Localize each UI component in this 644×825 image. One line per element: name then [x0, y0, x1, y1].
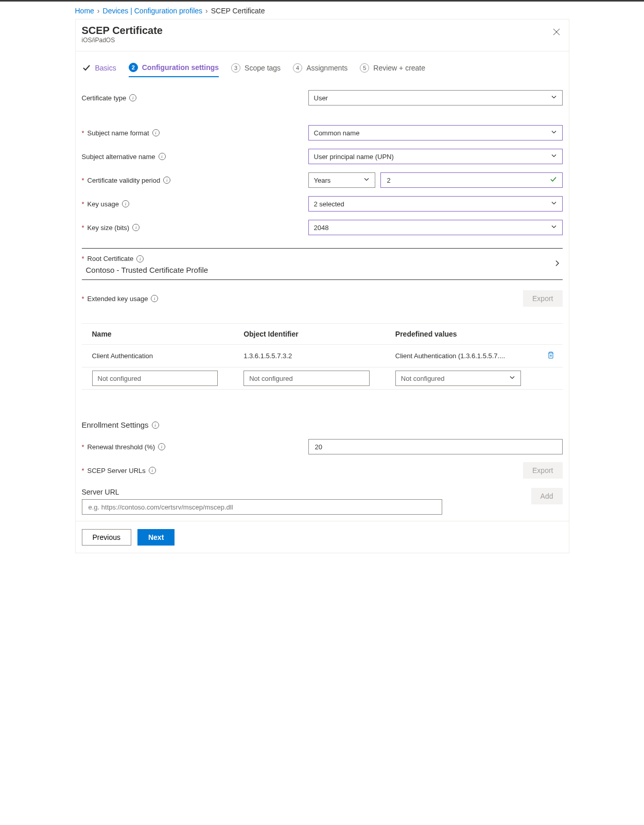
server-url-field[interactable]	[88, 503, 427, 512]
check-icon	[550, 176, 557, 185]
select-value: User principal name (UPN)	[314, 153, 394, 161]
eku-col-name: Name	[82, 330, 234, 338]
renewal-threshold-input[interactable]	[308, 439, 563, 454]
chevron-down-icon	[363, 177, 370, 184]
placeholder-text: Not configured	[401, 375, 445, 382]
breadcrumb-devices[interactable]: Devices | Configuration profiles	[103, 7, 203, 15]
key-usage-label: Key usage	[88, 200, 119, 208]
validity-value-input[interactable]	[380, 172, 563, 188]
chevron-down-icon	[551, 129, 557, 137]
breadcrumb: Home › Devices | Configuration profiles …	[75, 2, 569, 19]
placeholder-text: Not configured	[98, 375, 142, 382]
wizard-tabs: Basics 2 Configuration settings 3 Scope …	[76, 51, 569, 77]
key-usage-select[interactable]: 2 selected	[308, 196, 563, 212]
required-marker: *	[82, 467, 84, 475]
info-icon[interactable]: i	[129, 94, 136, 101]
info-icon[interactable]: i	[159, 153, 166, 160]
key-size-select[interactable]: 2048	[308, 220, 563, 235]
previous-button[interactable]: Previous	[82, 529, 131, 546]
tab-label: Basics	[95, 64, 116, 72]
root-certificate-picker[interactable]: * Root Certificate i Contoso - Trusted C…	[82, 249, 563, 280]
delete-icon[interactable]	[547, 353, 555, 361]
chevron-right-icon	[553, 260, 561, 269]
eku-predef-select[interactable]: Not configured	[395, 371, 521, 386]
chevron-down-icon	[551, 200, 557, 208]
breadcrumb-home[interactable]: Home	[75, 7, 94, 15]
step-number: 5	[360, 63, 369, 73]
wizard-footer: Previous Next	[76, 521, 569, 553]
check-icon	[82, 64, 91, 72]
key-size-label: Key size (bits)	[88, 224, 130, 232]
tab-configuration-settings[interactable]: 2 Configuration settings	[129, 63, 219, 77]
validity-period-label: Certificate validity period	[88, 177, 161, 184]
required-marker: *	[82, 177, 84, 184]
subject-name-format-label: Subject name format	[88, 129, 149, 137]
eku-col-oid: Object Identifier	[233, 330, 385, 338]
export-urls-button[interactable]: Export	[523, 462, 562, 479]
renewal-threshold-label: Renewal threshold (%)	[88, 443, 155, 451]
eku-row: Client Authentication 1.3.6.1.5.5.7.3.2 …	[82, 345, 563, 367]
chevron-down-icon	[551, 153, 557, 161]
renewal-threshold-field[interactable]	[314, 443, 548, 451]
tab-label: Scope tags	[245, 64, 281, 72]
tab-basics[interactable]: Basics	[82, 63, 116, 77]
breadcrumb-current: SCEP Certificate	[211, 7, 265, 15]
server-url-label: Server URL	[82, 488, 563, 496]
placeholder-text: Not configured	[249, 375, 293, 382]
tab-scope-tags[interactable]: 3 Scope tags	[231, 63, 281, 77]
info-icon[interactable]: i	[158, 443, 165, 450]
select-value: 2048	[314, 224, 329, 232]
tab-label: Review + create	[373, 64, 425, 72]
root-cert-value: Contoso - Trusted Certificate Profile	[82, 266, 563, 274]
required-marker: *	[82, 255, 84, 262]
select-value: Common name	[314, 129, 360, 137]
step-number: 3	[231, 63, 240, 73]
info-icon[interactable]: i	[152, 422, 159, 429]
chevron-down-icon	[509, 375, 515, 382]
info-icon[interactable]: i	[152, 129, 160, 136]
required-marker: *	[82, 295, 84, 303]
page-title: SCEP Certificate	[82, 25, 559, 37]
info-icon[interactable]: i	[163, 177, 170, 184]
info-icon[interactable]: i	[132, 224, 140, 231]
eku-table: Name Object Identifier Predefined values…	[82, 323, 563, 390]
info-icon[interactable]: i	[149, 467, 156, 474]
certificate-type-label: Certificate type	[82, 94, 127, 102]
required-marker: *	[82, 200, 84, 208]
chevron-right-icon: ›	[97, 7, 100, 15]
required-marker: *	[82, 224, 84, 232]
tab-label: Configuration settings	[142, 63, 219, 72]
san-label: Subject alternative name	[82, 153, 155, 161]
select-value: User	[314, 94, 328, 102]
root-cert-label: Root Certificate	[88, 255, 134, 262]
close-button[interactable]	[551, 27, 562, 37]
step-number: 4	[293, 63, 302, 73]
validity-value-field[interactable]	[386, 176, 548, 185]
add-url-button[interactable]: Add	[531, 488, 563, 504]
info-icon[interactable]: i	[136, 255, 144, 262]
info-icon[interactable]: i	[122, 200, 129, 207]
page-subtitle: iOS/iPadOS	[82, 37, 559, 44]
required-marker: *	[82, 443, 84, 451]
next-button[interactable]: Next	[137, 529, 175, 546]
validity-unit-select[interactable]: Years	[308, 172, 375, 188]
info-icon[interactable]: i	[151, 295, 158, 302]
select-value: 2 selected	[314, 200, 344, 208]
subject-name-format-select[interactable]: Common name	[308, 125, 563, 141]
enrollment-settings-label: Enrollment Settings	[82, 420, 149, 429]
eku-row-predef: Client Authentication (1.3.6.1.5.5.7....	[385, 352, 537, 360]
certificate-type-select[interactable]: User	[308, 90, 563, 106]
eku-row-name: Client Authentication	[82, 352, 234, 360]
tab-review-create[interactable]: 5 Review + create	[360, 63, 425, 77]
chevron-down-icon	[551, 94, 557, 102]
chevron-down-icon	[551, 224, 557, 232]
close-icon	[552, 28, 561, 36]
eku-oid-input[interactable]: Not configured	[243, 371, 369, 386]
tab-label: Assignments	[306, 64, 347, 72]
export-eku-button[interactable]: Export	[523, 290, 562, 307]
main-panel: SCEP Certificate iOS/iPadOS Basics 2 Con…	[75, 19, 569, 553]
server-url-input[interactable]	[82, 499, 442, 515]
san-select[interactable]: User principal name (UPN)	[308, 149, 563, 164]
eku-name-input[interactable]: Not configured	[92, 371, 218, 386]
tab-assignments[interactable]: 4 Assignments	[293, 63, 347, 77]
